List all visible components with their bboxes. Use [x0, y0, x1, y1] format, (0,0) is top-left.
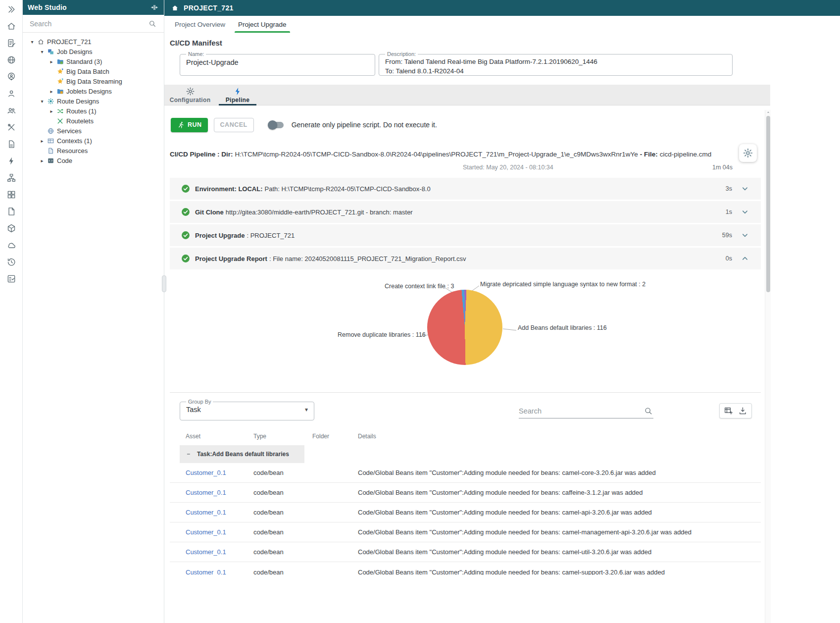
pipeline-settings-button[interactable] [739, 144, 757, 162]
generate-only-toggle[interactable] [269, 122, 284, 128]
step-environment[interactable]: Environment: LOCAL:Path: H:\TCMP\tcmp-R2… [170, 178, 761, 200]
step-duration: 3s [726, 185, 732, 192]
scroll-up-arrow-icon[interactable] [766, 110, 771, 115]
expand-open-icon[interactable]: ▾ [30, 39, 35, 45]
expand-closed-icon[interactable]: ▸ [49, 89, 54, 94]
pie-label-migrate-syntax: Migrate depricated simple language synta… [480, 281, 645, 288]
step-git-clone[interactable]: Git Clonehttp://gitea:3080/middle-earth/… [170, 201, 761, 223]
project-header: PROJECT_721 [164, 0, 840, 16]
search-icon[interactable] [643, 406, 653, 416]
generate-only-toggle-label: Generate only pipeline script. Do not ex… [292, 121, 437, 129]
dropdown-arrow-icon[interactable]: ▾ [305, 406, 308, 413]
pipeline-file-value: cicd-pipeline.cmd [660, 151, 711, 158]
manifest-subtabs: Configuration Pipeline [164, 85, 770, 105]
app-window: Web Studio ▾PROJECT_721 ▾Job Designs ▸St… [0, 0, 840, 623]
tree-item-services[interactable]: Services [23, 126, 164, 136]
column-header-asset: Asset [186, 433, 253, 440]
step-duration: 1s [726, 208, 732, 215]
chevron-up-icon[interactable] [740, 254, 750, 263]
content-area: CI/CD Manifest Name: Description: From: … [164, 33, 770, 575]
cancel-button[interactable]: CANCEL [214, 118, 254, 132]
name-field: Name: [180, 51, 375, 76]
asset-link[interactable]: Customer_0.1 [186, 569, 253, 575]
collapse-minus-icon[interactable] [186, 451, 193, 458]
people-icon[interactable] [5, 105, 17, 116]
bolt-icon[interactable] [5, 156, 17, 166]
tools-icon[interactable] [5, 122, 17, 133]
tree-item-big-data-streaming[interactable]: Big Data Streaming [23, 76, 164, 86]
expand-closed-icon[interactable]: ▸ [49, 59, 54, 64]
tree-item-resources[interactable]: Resources [23, 146, 164, 156]
expand-closed-icon[interactable]: ▸ [40, 138, 45, 144]
search-icon[interactable] [148, 19, 157, 28]
tree-item-job-designs[interactable]: ▾Job Designs [23, 47, 164, 56]
package-icon[interactable] [5, 223, 17, 234]
scrollbar-thumb[interactable] [766, 116, 770, 292]
column-header-details: Details [358, 433, 761, 440]
app-grid-icon[interactable] [5, 189, 17, 200]
run-button[interactable]: RUN [171, 118, 208, 132]
step-project-upgrade-report[interactable]: Project Upgrade Report: File name: 20240… [170, 248, 761, 269]
checklist-icon[interactable] [5, 273, 17, 284]
manifest-fields: Name: Description: From: Talend Talend R… [180, 51, 770, 76]
asset-link[interactable]: Customer_0.1 [186, 528, 253, 536]
pie-label-add-beans: Add Beans default libraries : 116 [518, 324, 607, 331]
expand-closed-icon[interactable]: ▸ [40, 158, 45, 163]
home-small-icon [37, 38, 45, 46]
sim-card-icon[interactable] [5, 139, 17, 150]
expand-open-icon[interactable]: ▾ [40, 99, 45, 104]
success-check-icon [181, 254, 191, 263]
home-icon[interactable] [5, 21, 17, 32]
history-icon[interactable] [5, 257, 17, 267]
double-chevron-right-icon[interactable] [5, 4, 17, 15]
page-title: PROJECT_721 [184, 4, 234, 12]
subtab-pipeline[interactable]: Pipeline [214, 85, 261, 105]
asset-link[interactable]: Customer_0.1 [186, 489, 253, 496]
tree-item-project-721[interactable]: ▾PROJECT_721 [23, 37, 164, 47]
sidebar-search-input[interactable] [30, 20, 148, 28]
collapse-panel-icon[interactable] [150, 3, 159, 12]
success-check-icon [181, 230, 191, 240]
flow-tree-icon[interactable] [5, 172, 17, 183]
document-icon[interactable] [5, 206, 17, 217]
tree-item-code[interactable]: ▸Code [23, 156, 164, 165]
globe-icon[interactable] [5, 54, 17, 65]
sidebar-title: Web Studio [28, 3, 67, 11]
chevron-down-icon[interactable] [740, 184, 750, 194]
tree-item-route-designs[interactable]: ▾Route Designs [23, 96, 164, 106]
download-icon[interactable] [738, 406, 747, 415]
person-icon[interactable] [5, 88, 17, 99]
asset-link[interactable]: Customer_0.1 [186, 548, 253, 556]
name-input[interactable] [186, 58, 369, 66]
subtab-configuration[interactable]: Configuration [166, 85, 214, 105]
clipboard-edit-icon[interactable] [5, 38, 17, 49]
asset-link[interactable]: Customer_0.1 [186, 469, 253, 476]
vertical-scrollbar[interactable] [765, 110, 771, 623]
expand-open-icon[interactable]: ▾ [40, 49, 45, 54]
cloud-icon[interactable] [5, 240, 17, 251]
column-header-folder: Folder [312, 433, 358, 440]
person-pin-icon[interactable] [5, 71, 17, 82]
toggle-knob[interactable] [268, 120, 277, 130]
table-group-row[interactable]: Task:Add Beans default libraries [180, 445, 304, 463]
gear-icon [186, 87, 195, 96]
pie-label-create-context: Create context link file : 3 [385, 283, 454, 290]
asset-link[interactable]: Customer_0.1 [186, 509, 253, 516]
tree-item-routelets[interactable]: Routelets [23, 116, 164, 126]
chevron-down-icon[interactable] [740, 230, 750, 240]
tab-project-overview[interactable]: Project Overview [168, 16, 232, 33]
tree-item-big-data-batch[interactable]: Big Data Batch [23, 66, 164, 76]
expand-closed-icon[interactable]: ▸ [49, 108, 54, 114]
route-designs-icon [47, 98, 54, 105]
tree-item-routes[interactable]: ▸Routes (1) [23, 106, 164, 116]
chevron-down-icon[interactable] [740, 207, 750, 217]
column-settings-icon[interactable] [724, 406, 733, 415]
group-by-select[interactable]: Group By Task ▾ [180, 399, 314, 420]
sidebar-resize-handle[interactable] [162, 275, 166, 292]
tree-item-contexts[interactable]: ▸Contexts (1) [23, 136, 164, 146]
report-search-input[interactable] [519, 407, 643, 415]
tree-item-standard[interactable]: ▸Standard (3) [23, 56, 164, 66]
step-project-upgrade[interactable]: Project Upgrade: PROJECT_721 59s [170, 224, 761, 246]
tree-item-joblets-designs[interactable]: ▸Joblets Designs [23, 86, 164, 96]
tab-project-upgrade[interactable]: Project Upgrade [232, 16, 293, 33]
